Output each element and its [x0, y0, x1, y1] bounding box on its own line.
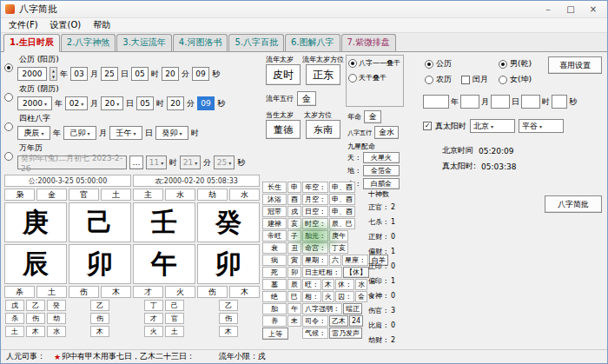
nianming-button[interactable]: 金: [364, 110, 381, 123]
city-select[interactable]: 平谷: [519, 119, 564, 133]
rizhu-wangxiang-value[interactable]: 【休】: [343, 267, 369, 278]
liunian-wuxing-button[interactable]: 金: [297, 91, 316, 106]
grade-button[interactable]: 上等: [262, 328, 288, 340]
province-select[interactable]: 北京: [470, 119, 515, 133]
right-second-input[interactable]: [552, 95, 567, 109]
year-spinner[interactable]: ▲▼: [50, 67, 57, 81]
tab-hetu-luoshu[interactable]: 4.河图洛书: [173, 34, 228, 51]
month-branch: 卯: [69, 244, 131, 284]
bazi-diegan-radio[interactable]: [348, 59, 357, 68]
lunar-second-input[interactable]: 09: [197, 96, 215, 110]
day-stem: 壬: [133, 202, 195, 242]
calendar-browse-button[interactable]: …: [129, 156, 143, 169]
minggong-value: 丁亥: [329, 242, 348, 254]
true-solar-checkbox[interactable]: ✓: [423, 122, 432, 130]
changsheng-label: 养: [262, 315, 287, 327]
lunar-year-select[interactable]: 2000: [17, 96, 52, 110]
hidden-stem: 己: [165, 300, 184, 311]
true-solar-time-value: 05:03:38: [481, 162, 516, 171]
renyuan-text: 卯中有甲木用事七日，乙木二十三日：: [62, 351, 195, 362]
siling-label: 司令：: [302, 315, 328, 327]
lunar-day-select[interactable]: 20: [101, 96, 123, 110]
liunian-taisui-button[interactable]: 皮时: [266, 64, 301, 85]
hidden-god: 伤: [219, 313, 238, 324]
pillar-hour-select[interactable]: 癸卯: [155, 126, 188, 140]
liunian-taisui-dir-button[interactable]: 正东: [306, 64, 340, 85]
right-day-input[interactable]: [491, 95, 510, 109]
right-lunar-radio[interactable]: [425, 76, 433, 84]
menu-help[interactable]: 帮助: [87, 18, 116, 32]
menu-file[interactable]: 文件(F): [3, 18, 44, 32]
solar-year-input[interactable]: 2000: [17, 67, 47, 81]
tiangan-diegan-radio[interactable]: [348, 74, 357, 83]
bazi-jianpi-button[interactable]: 八字简批: [545, 195, 602, 213]
lunar-group-label: 农历 (阴历): [19, 83, 228, 95]
pillar-month-select[interactable]: 己卯: [63, 126, 96, 140]
tab-baipi[interactable]: 5.八字百批: [228, 34, 284, 51]
male-radio[interactable]: [499, 60, 507, 69]
solar-minute-input[interactable]: 20: [162, 67, 179, 81]
pillar-year-select[interactable]: 庚辰: [17, 126, 50, 140]
unit-month: 月: [90, 69, 98, 80]
unit-day: 日: [126, 98, 134, 109]
solar-month-input[interactable]: 03: [70, 67, 88, 81]
bazi-wuxing-button[interactable]: 金水: [374, 126, 399, 139]
hidden-god: 杀: [5, 313, 24, 324]
dangsheng-taisui-button[interactable]: 董德: [266, 120, 301, 139]
kongwang-label: 时空：: [302, 218, 328, 229]
calendar-hour-select[interactable]: 11: [146, 156, 167, 169]
nianming-label: 年命: [347, 112, 361, 122]
tab-birth-time[interactable]: 1.生日时辰: [3, 34, 60, 52]
true-solar-time-label: 真太阳时:: [442, 161, 476, 172]
strength-label: 八字强弱：: [302, 303, 342, 314]
right-year-input[interactable]: [423, 95, 449, 109]
solar-day-input[interactable]: 25: [101, 67, 118, 81]
strength-value[interactable]: 端正: [343, 303, 362, 314]
lunar-minute-input[interactable]: 20: [167, 96, 184, 110]
tab-dayun-liunian[interactable]: 3.大运流年: [116, 34, 172, 51]
close-button[interactable]: ×: [582, 1, 605, 17]
shishen-count: 0: [391, 292, 395, 300]
solar-input-radio[interactable]: [4, 63, 13, 72]
day-branch-element: 火: [165, 286, 195, 298]
jiuxing-row-value[interactable]: 火星火: [363, 152, 400, 163]
right-solar-radio[interactable]: [425, 60, 433, 69]
female-radio[interactable]: [499, 76, 507, 84]
menu-settings[interactable]: 设置(O): [44, 18, 88, 32]
pillar-input-radio[interactable]: [4, 122, 13, 131]
lunar-input-radio[interactable]: [4, 93, 13, 102]
tab-ziwei-paipan[interactable]: 7.紫微排盘: [341, 34, 397, 51]
tab-shensha[interactable]: 2.八字神煞: [61, 34, 116, 51]
leap-month-checkbox[interactable]: [461, 76, 470, 84]
pillar-day-select[interactable]: 壬午: [109, 126, 142, 140]
shishen-count: 3: [391, 307, 395, 314]
jiuxing-row-value[interactable]: 金箔金: [363, 165, 400, 176]
minimize-button[interactable]: －: [537, 1, 559, 17]
shishen-count: 0: [391, 233, 395, 241]
xiyong-settings-button[interactable]: 喜用设置: [548, 56, 602, 74]
siling-number[interactable]: 24: [349, 315, 363, 327]
status-bar: 人元司事： ★ 卯中有甲木用事七日，乙木二十三日： 流年小限： 戌: [1, 349, 607, 363]
right-hour-input[interactable]: [521, 95, 540, 109]
solar-hour-input[interactable]: 05: [131, 67, 149, 81]
shishen-count: 2: [391, 203, 395, 211]
qihou-label: 气候：: [302, 328, 328, 339]
hidden-element: 火: [144, 326, 163, 337]
dangsheng-dir-label: 太岁方位: [304, 110, 332, 120]
hidden-stem: 癸: [47, 300, 66, 311]
maximize-button[interactable]: □: [559, 1, 582, 17]
tab-tujie-bazi[interactable]: 6.图解八字: [285, 34, 340, 51]
calendar-date-field[interactable]: 癸卯年(兔)二月初七 2023-2-26: [17, 156, 127, 169]
qihou-value[interactable]: 雷乃发声: [329, 328, 362, 339]
wang-label: 旺：: [302, 279, 321, 290]
calendar-second-select[interactable]: 25: [214, 156, 235, 169]
dangsheng-dir-button[interactable]: 东南: [306, 120, 340, 139]
lunar-month-select[interactable]: 02: [65, 96, 88, 110]
calendar-input-radio[interactable]: [4, 152, 13, 161]
wang-value: 木: [322, 279, 334, 290]
siling-value[interactable]: 乙木: [329, 315, 348, 327]
right-month-input[interactable]: [460, 95, 479, 109]
calendar-minute-select[interactable]: 21: [180, 156, 201, 169]
lunar-hour-input[interactable]: 05: [136, 96, 154, 110]
solar-second-input[interactable]: 09: [192, 67, 209, 81]
